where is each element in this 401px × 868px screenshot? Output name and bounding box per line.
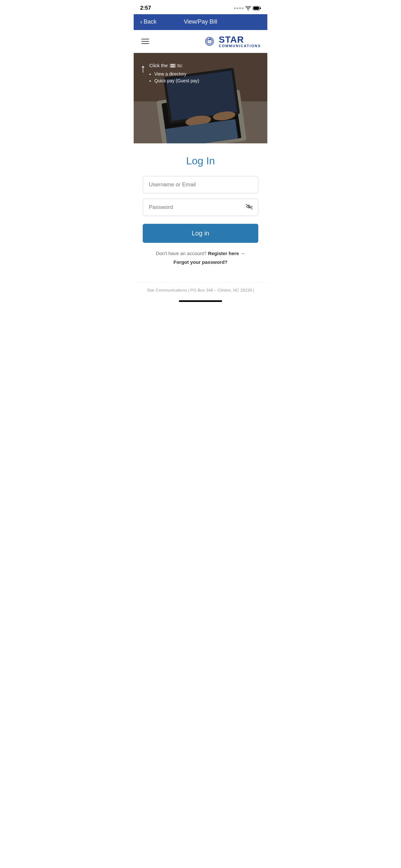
eye-toggle-icon[interactable] [245, 204, 253, 212]
tip-bullet-1: View a directory [154, 71, 199, 78]
hamburger-line-1 [142, 39, 149, 39]
nav-title: View/Pay Bill [184, 19, 217, 25]
home-bar [179, 300, 222, 302]
battery-icon [253, 6, 261, 10]
back-label: Back [144, 19, 157, 25]
status-time: 2:57 [140, 5, 151, 11]
hamburger-menu-button[interactable] [140, 37, 150, 45]
login-section: Log In Log in Don't have an account? Reg… [134, 144, 267, 282]
password-input[interactable] [143, 198, 258, 216]
svg-rect-1 [260, 7, 261, 9]
hamburger-line-2 [142, 41, 149, 42]
status-bar: 2:57 [134, 0, 267, 14]
star-logo-icon [203, 35, 216, 48]
header-bar: STAR COMMUNICATIONS [134, 30, 267, 53]
tip-bullet-2: Quick pay (Guest pay) [154, 78, 199, 84]
signal-dots-icon [234, 7, 243, 9]
svg-rect-2 [253, 7, 259, 10]
footer-text: Star Communications | PO Box 348 – Clint… [147, 288, 254, 292]
nav-bar: ‹ Back View/Pay Bill [134, 14, 267, 30]
logo-communications-text: COMMUNICATIONS [219, 44, 261, 48]
logo-area: STAR COMMUNICATIONS [203, 35, 261, 48]
logo-star-text: STAR [219, 35, 261, 44]
menu-lines-icon [169, 64, 176, 68]
register-link[interactable]: Register here → [208, 251, 245, 256]
logo-text: STAR COMMUNICATIONS [219, 35, 261, 48]
register-text-area: Don't have an account? Register here → [143, 251, 258, 256]
password-wrapper [143, 198, 258, 216]
home-indicator [134, 298, 267, 303]
tip-text: Click the to: View a directory Quick pay… [149, 62, 199, 84]
register-prompt: Don't have an account? [156, 251, 207, 256]
login-button[interactable]: Log in [143, 224, 258, 243]
hamburger-line-3 [142, 43, 149, 44]
hero-tip: ↑ Click the to: View a directory Quick p… [140, 62, 199, 84]
status-icons [234, 6, 261, 10]
forgot-password-link[interactable]: Forgot your password? [143, 259, 258, 265]
back-button[interactable]: ‹ Back [140, 18, 157, 26]
back-chevron-icon: ‹ [140, 18, 143, 26]
login-title: Log In [143, 155, 258, 167]
wifi-icon [245, 6, 251, 10]
password-form-group [143, 198, 258, 216]
footer-section: Star Communications | PO Box 348 – Clint… [134, 282, 267, 298]
username-input[interactable] [143, 176, 258, 193]
username-form-group [143, 176, 258, 193]
arrow-up-icon: ↑ [140, 63, 146, 74]
hero-section: ↑ Click the to: View a directory Quick p… [134, 53, 267, 144]
tip-header-text: Click the [149, 62, 168, 69]
tip-suffix-text: to: [178, 62, 183, 69]
